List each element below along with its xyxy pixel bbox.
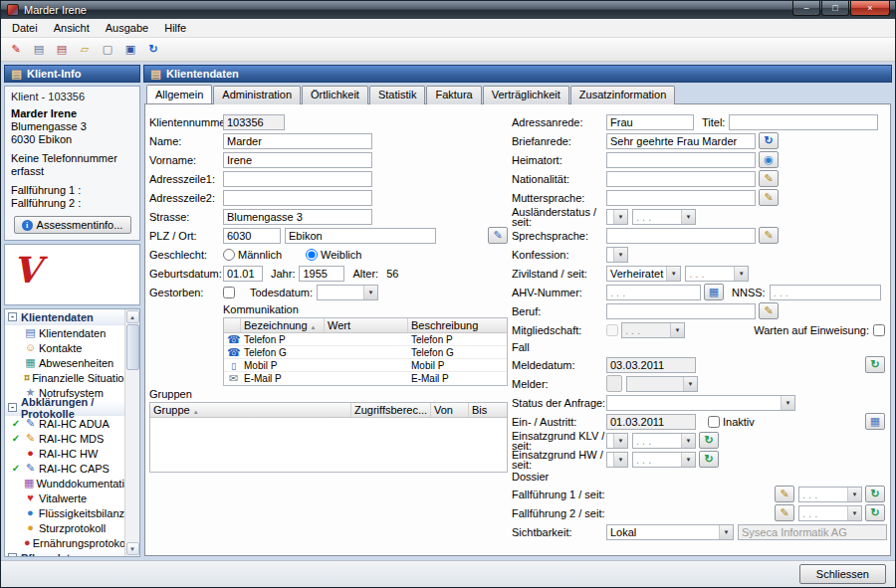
- muttersprache-input[interactable]: [606, 190, 756, 206]
- sidebar-item-wunddokumentation[interactable]: Wunddokumentation: [5, 476, 124, 490]
- auslaenderstatus-seit-combo[interactable]: . . . ▼: [632, 209, 696, 225]
- chevron-down-icon[interactable]: ▼: [683, 377, 697, 391]
- chevron-down-icon[interactable]: ▼: [681, 210, 695, 224]
- fallfuehrung1-seit-combo[interactable]: . . . ▼: [798, 487, 862, 502]
- vorname-input[interactable]: [223, 152, 372, 168]
- tab-vertraeglichkeit[interactable]: Verträglichkeit: [483, 86, 569, 104]
- sprechsprache-input[interactable]: [606, 228, 756, 244]
- chevron-down-icon[interactable]: ▼: [847, 488, 861, 501]
- collapse-icon[interactable]: [8, 312, 17, 321]
- tab-zusatzinformation[interactable]: Zusatzinformation: [570, 86, 675, 104]
- einsatzgrund-hw-history-button[interactable]: [699, 451, 719, 468]
- gruppen-table-body[interactable]: [150, 418, 507, 472]
- einsatzgrund-hw-combo[interactable]: ▼: [606, 452, 628, 468]
- new-document-button[interactable]: [28, 40, 50, 60]
- warten-einweisung-checkbox[interactable]: [873, 324, 885, 336]
- scrollbar-thumb[interactable]: [126, 324, 139, 370]
- sidebar-item-sturzprotokoll[interactable]: Sturzprotokoll: [5, 520, 124, 535]
- titel-input[interactable]: [729, 114, 878, 130]
- nav-section-pflegedaten[interactable]: Pflegedaten: [5, 550, 124, 556]
- meldedatum-input[interactable]: [606, 357, 696, 373]
- konfession-combo[interactable]: ▼: [606, 247, 628, 263]
- sidebar-item-abwesenheiten[interactable]: Abwesenheiten: [5, 355, 124, 370]
- assessmentinfo-button[interactable]: Assessmentinfo...: [14, 216, 131, 234]
- sichtbarkeit-combo[interactable]: Lokal ▼: [606, 524, 734, 540]
- geburtsdatum-input[interactable]: [223, 266, 263, 282]
- collapse-icon[interactable]: [8, 403, 17, 412]
- chevron-down-icon[interactable]: ▼: [781, 396, 794, 410]
- meldedatum-history-button[interactable]: [865, 356, 885, 373]
- jahr-input[interactable]: [299, 266, 344, 282]
- ort-input[interactable]: [285, 228, 436, 244]
- status-anfrage-combo[interactable]: ▼: [606, 395, 795, 411]
- fallfuehrung1-edit-button[interactable]: [775, 486, 794, 502]
- adressanrede-input[interactable]: [606, 114, 694, 130]
- nationalitaet-edit-button[interactable]: [759, 170, 779, 187]
- name-input[interactable]: [223, 133, 372, 149]
- ahv-nummer-input[interactable]: [606, 285, 701, 300]
- strasse-input[interactable]: [223, 209, 372, 225]
- save-button[interactable]: [119, 40, 141, 60]
- menu-ausgabe[interactable]: Ausgabe: [98, 20, 156, 36]
- maximize-button[interactable]: □: [821, 1, 849, 16]
- nav-section-abklaerungen[interactable]: Abklärungen / Protokolle: [5, 400, 124, 416]
- chevron-down-icon[interactable]: ▼: [613, 453, 627, 467]
- sidebar-scrollbar[interactable]: ▲ ▼: [124, 309, 139, 556]
- chevron-down-icon[interactable]: ▼: [681, 453, 695, 467]
- chevron-down-icon[interactable]: ▼: [666, 267, 680, 281]
- plz-input[interactable]: [223, 228, 281, 244]
- sidebar-item-vitalwerte[interactable]: Vitalwerte: [5, 490, 124, 505]
- tab-administration[interactable]: Administration: [213, 86, 301, 104]
- table-row[interactable]: Telefon P Telefon P: [224, 333, 507, 346]
- gestorben-checkbox[interactable]: [223, 287, 235, 298]
- sprechsprache-edit-button[interactable]: [759, 227, 779, 244]
- fallfuehrung2-edit-button[interactable]: [775, 504, 794, 521]
- sidebar-item-rai-hc-caps[interactable]: ✓ RAI-HC CAPS: [5, 461, 124, 476]
- sidebar-item-fluessigkeitsbilanz[interactable]: Flüssigkeitsbilanz: [5, 505, 124, 520]
- chevron-down-icon[interactable]: ▼: [681, 434, 695, 448]
- tab-allgemein[interactable]: Allgemein: [146, 85, 212, 103]
- einsatzgrund-klv-history-button[interactable]: [699, 432, 719, 449]
- inaktiv-checkbox[interactable]: [708, 416, 720, 428]
- table-row[interactable]: E-Mail P E-Mail P: [224, 372, 507, 385]
- maennlich-radio[interactable]: [223, 249, 235, 261]
- chevron-down-icon[interactable]: ▼: [613, 434, 627, 448]
- einsatzgrund-klv-seit-combo[interactable]: . . . ▼: [632, 433, 696, 449]
- menu-hilfe[interactable]: Hilfe: [156, 20, 194, 36]
- weiblich-radio[interactable]: [306, 249, 318, 261]
- nationalitaet-input[interactable]: [606, 171, 756, 187]
- sidebar-item-klientendaten[interactable]: Klientendaten: [5, 325, 124, 340]
- adresszeile1-input[interactable]: [223, 171, 372, 187]
- minimize-button[interactable]: –: [792, 1, 820, 16]
- chevron-down-icon[interactable]: ▼: [363, 286, 377, 299]
- chevron-down-icon[interactable]: ▼: [719, 525, 733, 539]
- einsatzgrund-klv-combo[interactable]: ▼: [606, 433, 628, 449]
- chevron-down-icon[interactable]: ▼: [734, 267, 748, 281]
- fallfuehrung1-history-button[interactable]: [865, 486, 885, 502]
- muttersprache-edit-button[interactable]: [759, 189, 779, 206]
- folder-button[interactable]: [74, 40, 96, 60]
- sidebar-item-kontakte[interactable]: Kontakte: [5, 340, 124, 355]
- einsatzgrund-hw-seit-combo[interactable]: . . . ▼: [632, 452, 696, 468]
- briefanrede-input[interactable]: [606, 133, 756, 149]
- menu-ansicht[interactable]: Ansicht: [46, 20, 98, 36]
- mitgliedschaft-checkbox[interactable]: [606, 324, 618, 336]
- melder-combo[interactable]: ▼: [626, 376, 698, 392]
- chevron-down-icon[interactable]: ▼: [847, 506, 861, 520]
- adresszeile2-input[interactable]: [223, 190, 372, 206]
- document-export-button[interactable]: [51, 40, 73, 60]
- sidebar-item-rai-hc-mds[interactable]: ✓ RAI-HC MDS: [5, 431, 124, 446]
- scroll-up-icon[interactable]: ▲: [126, 310, 139, 323]
- tab-faktura[interactable]: Faktura: [426, 86, 481, 104]
- tab-statistik[interactable]: Statistik: [369, 86, 426, 104]
- heimatort-input[interactable]: [606, 152, 756, 168]
- edit-button[interactable]: [5, 40, 27, 60]
- chevron-down-icon[interactable]: ▼: [613, 248, 627, 262]
- scroll-down-icon[interactable]: ▼: [126, 542, 139, 555]
- refresh-button[interactable]: [142, 40, 164, 60]
- zivilstand-combo[interactable]: Verheiratet ▼: [606, 266, 681, 282]
- sichtbarkeit-history-button[interactable]: [890, 523, 891, 540]
- chevron-down-icon[interactable]: ▼: [613, 210, 627, 224]
- beruf-input[interactable]: [606, 303, 756, 319]
- schliessen-button[interactable]: Schliessen: [799, 564, 886, 584]
